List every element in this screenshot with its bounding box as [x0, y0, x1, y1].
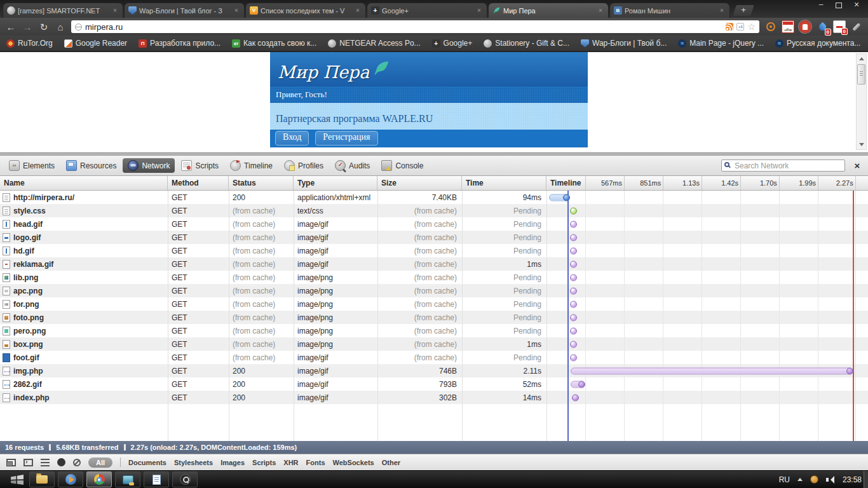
filter-images[interactable]: Images [220, 459, 245, 466]
network-request-row[interactable]: hd.gifGET(from cache)image/gif(from cach… [0, 244, 868, 257]
home-button[interactable]: ⌂ [55, 22, 66, 32]
tab-close-icon[interactable] [597, 7, 604, 15]
network-request-row[interactable]: foto.pngGET(from cache)image/png(from ca… [0, 311, 868, 324]
network-request-row[interactable]: reklama.gifGET(from cache)image/gif(from… [0, 257, 868, 271]
scroll-down-button[interactable] [857, 140, 866, 149]
reload-button[interactable]: ↻ [38, 22, 50, 32]
browser-tab[interactable]: Мир Пера [488, 3, 609, 18]
network-request-row[interactable]: index.phpGET200image/gif302B14ms [0, 391, 868, 404]
bookmark-item[interactable]: ≈Русская документа... [775, 39, 860, 48]
column-header-type[interactable]: Type [294, 176, 377, 190]
devtools-tab-console[interactable]: Console [376, 158, 428, 173]
column-header-time[interactable]: Time [462, 176, 546, 190]
stop-icon[interactable] [799, 20, 811, 33]
devtools-tab-elements[interactable]: Elements [4, 158, 60, 173]
network-request-row[interactable]: img.phpGET200image/gif746B2.11s [0, 364, 868, 377]
devtools-tab-profiles[interactable]: Profiles [279, 158, 329, 173]
start-button[interactable] [5, 471, 29, 488]
taskbar-app-tb-search-icon[interactable] [172, 471, 198, 487]
fix-icon[interactable] [782, 20, 794, 33]
network-request-row[interactable]: http://mirpera.ru/GET200application/xhtm… [0, 191, 868, 204]
devtools-tab-timeline[interactable]: Timeline [225, 158, 278, 173]
filter-websockets[interactable]: WebSockets [333, 459, 374, 466]
partner-link[interactable]: Партнерская программа WAPLE.RU [270, 103, 588, 130]
network-request-row[interactable]: pero.pngGET(from cache)image/png(from ca… [0, 324, 868, 337]
browser-tab[interactable]: Wap-Блоги | Твой блог - З [124, 3, 245, 18]
tray-expand-icon[interactable] [797, 475, 803, 481]
register-button[interactable]: Регистрация [315, 131, 377, 146]
clock[interactable]: 23:58 [843, 475, 862, 484]
bookmark-item[interactable]: NETGEAR Access Po... [328, 39, 420, 48]
scroll-up-button[interactable] [857, 54, 866, 64]
bookmark-item[interactable]: Wap-Блоги | Твой б... [581, 39, 667, 48]
radar-icon[interactable] [764, 20, 777, 33]
network-request-row[interactable]: for.pngGET(from cache)image/png(from cac… [0, 297, 868, 311]
bookmark-item[interactable]: +Google+ [432, 39, 473, 48]
browser-tab[interactable]: ВРоман Мишин [609, 3, 730, 18]
devtools-tab-resources[interactable]: Resources [61, 158, 121, 173]
filter-all[interactable]: All [88, 458, 112, 468]
network-request-row[interactable]: style.cssGET(from cache)text/css(from ca… [0, 204, 868, 217]
network-request-row[interactable]: 2862.gifGET200image/gif793B52ms [0, 377, 868, 391]
volume-icon[interactable] [826, 476, 835, 484]
bookmark-item[interactable]: ≈Main Page - jQuery ... [678, 39, 764, 48]
network-request-row[interactable]: apc.pngGET(from cache)image/png(from cac… [0, 284, 868, 297]
column-header-status[interactable]: Status [229, 176, 294, 190]
devtools-tab-audits[interactable]: Audits [330, 158, 375, 173]
filter-other[interactable]: Other [382, 459, 400, 466]
filter-xhr[interactable]: XHR [283, 459, 298, 466]
back-button[interactable]: ← [5, 22, 17, 32]
clear-icon[interactable] [73, 459, 81, 466]
column-header-method[interactable]: Method [168, 176, 229, 190]
browser-tab[interactable]: +Google+ [367, 3, 487, 18]
network-request-row[interactable]: logo.gifGET(from cache)image/gif(from ca… [0, 231, 868, 244]
record-icon[interactable] [57, 458, 65, 466]
minus-icon[interactable]: 0 [833, 20, 846, 33]
taskbar-app-chrome-icon[interactable] [86, 471, 112, 487]
tab-close-icon[interactable] [718, 7, 726, 15]
page-scrollbar[interactable] [856, 53, 867, 150]
devtools-tab-scripts[interactable]: Scripts [176, 158, 224, 173]
minimize-button[interactable] [812, 0, 830, 10]
network-request-row[interactable]: head.gifGET(from cache)image/gif(from ca… [0, 217, 868, 231]
taskbar-app-notepad-icon[interactable] [144, 471, 169, 487]
rss-icon[interactable] [726, 23, 733, 30]
show-desktop-button[interactable] [864, 471, 868, 488]
taskbar-app-folder-icon[interactable] [29, 471, 55, 487]
filter-fonts[interactable]: Fonts [306, 459, 325, 466]
devtools-tab-network[interactable]: Network [123, 158, 175, 173]
bookmark-item[interactable]: атКак создать свою к... [232, 39, 316, 48]
scrollbar-thumb[interactable] [857, 64, 865, 85]
forward-button[interactable]: → [22, 22, 33, 32]
filter-stylesheets[interactable]: Stylesheets [174, 459, 213, 466]
language-indicator[interactable]: RU [779, 475, 790, 484]
network-request-row[interactable]: foot.gifGET(from cache)image/gif(from ca… [0, 351, 868, 364]
tab-close-icon[interactable] [111, 7, 119, 15]
close-button[interactable] [848, 0, 865, 10]
wrench-icon[interactable] [850, 20, 863, 33]
login-button[interactable]: Вход [275, 131, 309, 146]
restore-button[interactable] [830, 0, 848, 10]
network-request-row[interactable]: box.pngGET(from cache)image/png(from cac… [0, 337, 868, 351]
column-header-size[interactable]: Size [377, 176, 462, 190]
tab-close-icon[interactable] [233, 7, 240, 15]
new-tab-button[interactable] [733, 5, 754, 16]
console-drawer-icon[interactable] [24, 459, 33, 466]
tray-app-icon[interactable] [810, 475, 818, 484]
bookmark-item[interactable]: Stationery - Gift & C... [484, 39, 569, 48]
filter-scripts[interactable]: Scripts [252, 459, 276, 466]
plus-one-icon[interactable] [736, 23, 744, 30]
drop-icon[interactable]: 0 [816, 20, 829, 33]
filter-documents[interactable]: Documents [128, 459, 166, 466]
browser-tab[interactable]: VСписок последних тем - V [245, 3, 366, 18]
bookmark-item[interactable]: Google Reader [64, 39, 127, 48]
bookmark-star-icon[interactable] [747, 22, 756, 31]
tab-close-icon[interactable] [475, 7, 483, 15]
bookmark-item[interactable]: ПРазработка прило... [139, 39, 220, 48]
network-search-input[interactable] [721, 159, 845, 172]
network-request-row[interactable]: lib.pngGET(from cache)image/png(from cac… [0, 271, 868, 284]
large-rows-icon[interactable] [41, 459, 50, 466]
column-header-timeline[interactable]: Timeline567ms851ms1.13s1.42s1.70s1.99s2.… [546, 176, 868, 190]
taskbar-app-remote-icon[interactable] [115, 471, 140, 487]
browser-tab[interactable]: [ramzes] SMARTOFF.NET [3, 3, 123, 18]
